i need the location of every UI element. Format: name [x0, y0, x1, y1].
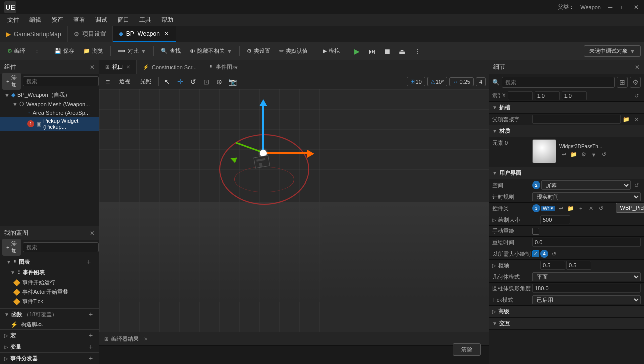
arc-angle-input[interactable] [532, 284, 641, 293]
debug-dropdown[interactable]: 未选中调试对象 ▼ [584, 45, 641, 57]
manual-redraw-checkbox[interactable] [532, 228, 539, 235]
more-play-btn[interactable]: ⋮ [410, 45, 424, 57]
diff-button[interactable]: ⟺ 对比 ▼ [114, 46, 150, 56]
maximize-button[interactable]: □ [620, 4, 627, 11]
index-z-input[interactable] [562, 91, 587, 100]
tree-item-bp-weapon[interactable]: ▼ ◆ BP_Weapon（自我） [0, 90, 99, 100]
hide-unrelated-button[interactable]: 👁 隐藏不相关 ▼ [186, 46, 236, 56]
widget-reset-icon[interactable]: ↺ [596, 204, 605, 213]
pivot-y-input[interactable] [566, 261, 591, 270]
macros-add-icon[interactable]: + [87, 331, 95, 339]
close-button[interactable]: ✕ [633, 4, 640, 11]
menu-help[interactable]: 帮助 [156, 15, 178, 25]
tab-bp-weapon-close[interactable]: ✕ [163, 30, 170, 37]
stop-button[interactable]: ⏹ [380, 45, 394, 57]
ui-section-header[interactable]: ▼ 用户界面 [489, 167, 644, 179]
widget-nav-icon[interactable]: ↩ [556, 204, 565, 213]
viewport-tab[interactable]: ⊞ 视口 ✕ [99, 60, 137, 74]
graph-section-header[interactable]: ▼ ⠿ 图表 + [4, 256, 95, 267]
select-mode-icon[interactable]: ↖ [162, 76, 173, 87]
func-add-icon[interactable]: + [87, 310, 95, 318]
index-x-input[interactable] [508, 91, 533, 100]
event-start-run[interactable]: 事件开始运行 [8, 278, 95, 287]
menu-debug[interactable]: 调试 [90, 15, 112, 25]
vars-add-icon[interactable]: + [87, 343, 95, 351]
add-component-button[interactable]: + 添加 [2, 73, 21, 90]
draw-size-input[interactable] [540, 215, 570, 224]
construction-script-tab[interactable]: ⚡ Construction Scr... [137, 60, 203, 74]
browse-button[interactable]: 📁 浏览 [79, 46, 107, 56]
interaction-section-header[interactable]: ▼ 交互 [489, 318, 644, 330]
variables-header[interactable]: ▷ 变量 + [0, 341, 99, 352]
parent-socket-input[interactable] [532, 115, 621, 124]
menu-view[interactable]: 查看 [68, 15, 90, 25]
socket-browse-icon[interactable]: 📁 [622, 115, 631, 124]
geometry-mode-select[interactable]: 平面 [532, 272, 641, 281]
tree-item-area-sphere[interactable]: ▷ ○ Area Sphere (AreaSp... [0, 108, 99, 117]
bp-search-input[interactable] [23, 242, 99, 252]
perspective-button[interactable]: 透视 [115, 77, 134, 86]
tab-bp-weapon[interactable]: ◆ BP_Weapon ✕ [113, 26, 176, 42]
compile-button[interactable]: ⚙ 编译 [3, 46, 29, 56]
minimize-button[interactable]: ─ [607, 4, 614, 11]
details-settings-icon[interactable]: ⚙ [630, 77, 641, 88]
graph-add-icon[interactable]: + [85, 258, 93, 266]
my-blueprint-close[interactable]: ✕ [90, 230, 95, 237]
ctrl-badge[interactable]: Wt ▼ [541, 206, 555, 211]
move-icon[interactable]: ✛ [175, 76, 186, 87]
play-button[interactable]: ▶ [350, 45, 364, 57]
tree-item-pickup-widget[interactable]: ▷ 1 ▣ Pickup Widget (Pickup... [0, 117, 99, 131]
compiler-close-icon[interactable]: ✕ [144, 336, 148, 342]
menu-edit[interactable]: 编辑 [24, 15, 46, 25]
menu-asset[interactable]: 资产 [46, 15, 68, 25]
simulate-button[interactable]: ▶ 模拟 [318, 46, 344, 56]
event-actor-overlap[interactable]: 事件Actor开始重叠 [8, 287, 95, 297]
tick-mode-select[interactable]: 已启用 [532, 295, 641, 304]
toolbar-more-btn[interactable]: ⋮ [30, 46, 44, 56]
material-reset-icon[interactable]: ↺ [599, 150, 608, 159]
tab-project-settings[interactable]: ⚙ 项目设置 [68, 26, 113, 42]
space-reset-icon[interactable]: ↺ [632, 180, 641, 190]
component-search-input[interactable] [23, 76, 99, 86]
event-graph-tab[interactable]: ⠿ 事件图表 [203, 60, 244, 74]
class-defaults-button[interactable]: ✏ 类默认值 [275, 46, 312, 56]
material-section-header[interactable]: ▼ 材质 [489, 125, 644, 137]
menu-window[interactable]: 窗口 [112, 15, 134, 25]
dispatch-add-icon[interactable]: + [87, 354, 95, 362]
material-settings-icon[interactable]: ⚙ [579, 150, 588, 159]
add-bp-button[interactable]: + 添加 [2, 239, 21, 256]
viewport-tab-close[interactable]: ✕ [126, 64, 130, 70]
details-grid-icon[interactable]: ⊞ [617, 77, 628, 88]
vp-hamburger-icon[interactable]: ≡ [102, 76, 113, 87]
event-tick[interactable]: 事件Tick [8, 297, 95, 306]
tab-gamestartupmap[interactable]: ▶ GameStartupMap [0, 26, 68, 42]
socket-clear-icon[interactable]: ✕ [632, 115, 641, 124]
event-dispatchers-header[interactable]: ▷ 事件分发器 + [0, 353, 99, 364]
details-close[interactable]: ✕ [635, 64, 640, 71]
world-space-icon[interactable]: ⊕ [214, 76, 225, 87]
menu-tools[interactable]: 工具 [134, 15, 156, 25]
event-graph-header[interactable]: ▼ ⠿ 事件图表 [8, 267, 95, 278]
pivot-x-input[interactable] [540, 261, 565, 270]
tick-method-select[interactable]: 现实时间 [532, 192, 641, 201]
index-y-input[interactable] [535, 91, 560, 100]
socket-section-header[interactable]: ▼ 插槽 [489, 102, 644, 114]
widget-browse-icon[interactable]: 📁 [566, 204, 575, 213]
tree-item-weapon-mesh[interactable]: ▼ ⬡ Weapon Mesh (Weapon... [0, 100, 99, 108]
macros-header[interactable]: ▷ 宏 + [0, 330, 99, 341]
components-close[interactable]: ✕ [90, 64, 95, 71]
class-settings-button[interactable]: ⚙ 类设置 [243, 46, 274, 56]
advanced-section-header[interactable]: ▷ 高级 [489, 306, 644, 318]
lit-button[interactable]: 光照 [136, 77, 155, 86]
save-button[interactable]: 💾 保存 [50, 46, 78, 56]
rotate-icon[interactable]: ↺ [188, 76, 199, 87]
eject-button[interactable]: ⏏ [395, 45, 409, 57]
reset-icon[interactable]: ↺ [632, 91, 641, 100]
material-dropdown-icon[interactable]: ▼ [589, 150, 598, 159]
compiler-tab[interactable]: ⊞ 编译器结果 ✕ [99, 332, 153, 345]
construct-script-item[interactable]: ⚡ 构造脚本 [0, 320, 99, 329]
clear-button[interactable]: 清除 [453, 343, 481, 356]
camera-icon[interactable]: 📷 [227, 76, 238, 87]
scale-num-btn[interactable]: ↔ 0.25 [449, 77, 473, 86]
redraw-time-input[interactable] [532, 238, 641, 247]
